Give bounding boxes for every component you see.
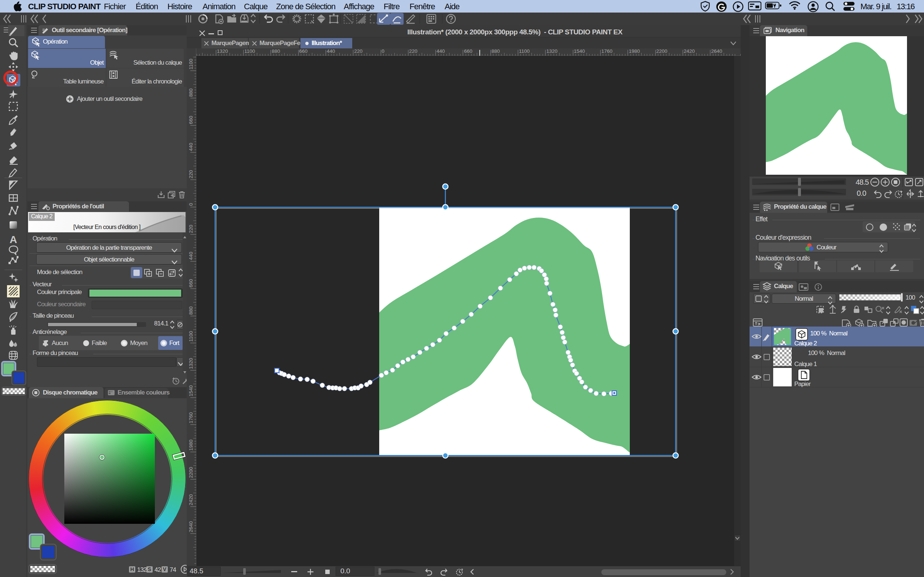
svg-text:A: A [10, 234, 17, 245]
